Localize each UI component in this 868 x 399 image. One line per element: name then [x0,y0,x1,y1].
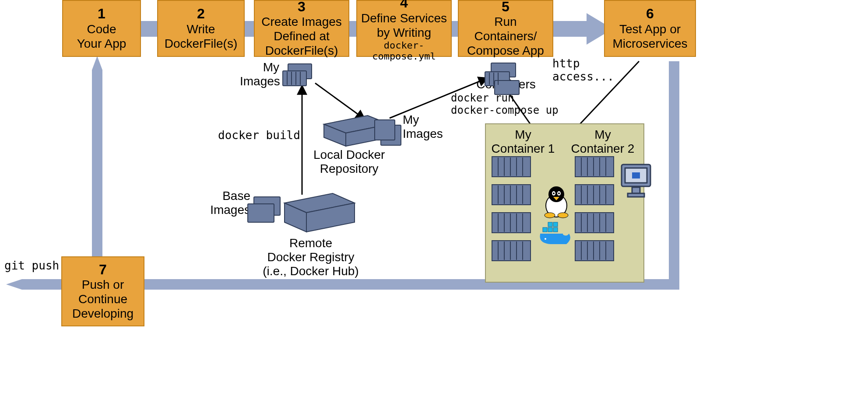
label-my-images-1: My Images [240,60,279,88]
label-my-images-2: My Images [403,113,443,141]
svg-rect-12 [283,71,306,86]
container-stack-icon [481,61,525,96]
svg-point-86 [558,192,560,194]
label-http-access: http access... [552,57,614,83]
svg-rect-98 [632,187,640,193]
monitor-icon [619,162,657,201]
svg-marker-4 [92,56,102,70]
svg-point-95 [545,238,546,240]
svg-rect-91 [548,228,552,232]
label-git-push: git push [4,259,59,272]
container-stack-icon [280,61,320,92]
label-local-repo: Local Docker Repository [313,148,385,176]
step-num: 1 [98,6,105,21]
step-1: 1 Code Your App [62,0,141,57]
step-2: 2 Write DockerFile(s) [157,0,245,57]
label-remote-registry: Remote Docker Registry (i.e., Docker Hub… [254,236,368,279]
svg-rect-27 [375,120,395,140]
svg-rect-99 [628,193,644,197]
label-container-1: My Container 1 [486,128,560,156]
svg-point-84 [553,192,555,194]
svg-rect-93 [548,222,552,227]
label-base-images: Base Images [207,189,250,217]
server-icon [245,188,359,241]
svg-point-88 [545,213,555,218]
svg-marker-5 [6,279,22,290]
step-7: 7 Push or Continue Developing [61,256,144,326]
label-container-2: My Container 2 [566,128,640,156]
docker-whale-icon [538,221,575,250]
step-3: 3 Create Images Defined at DockerFile(s) [254,0,349,57]
svg-rect-100 [632,172,640,178]
server-icon [320,112,407,151]
svg-rect-29 [248,204,274,222]
linux-tux-icon [541,184,572,219]
svg-point-89 [558,213,568,218]
step-4: 4 Define Services by Writing docker-comp… [356,0,452,57]
svg-rect-94 [553,222,558,227]
svg-rect-92 [553,228,558,232]
svg-rect-90 [543,228,547,232]
label-docker-build: docker build [218,129,300,142]
step-5: 5 Run Containers/ Compose App [458,0,553,57]
step-6: 6 Test App or Microservices [604,0,696,57]
